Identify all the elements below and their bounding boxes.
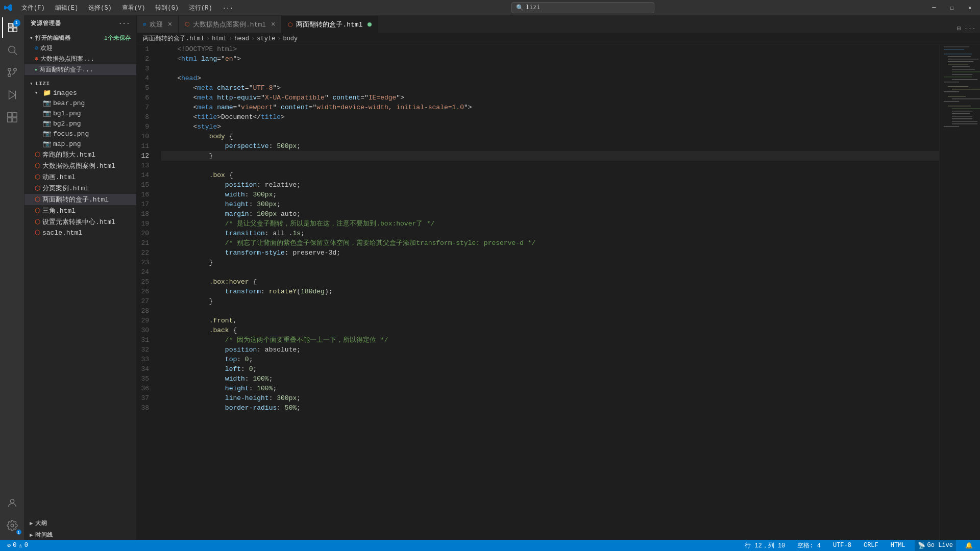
breadcrumb-body[interactable]: body: [283, 35, 298, 42]
open-editors-label: 打开的编辑器: [35, 34, 70, 42]
open-editor-flipbox[interactable]: ● 两面翻转的盒子...: [24, 64, 136, 75]
activity-settings[interactable]: 1: [2, 515, 22, 536]
outline-title[interactable]: ▶ 大纲: [30, 519, 47, 527]
tab-flipbox-modified-dot[interactable]: [368, 22, 372, 27]
file-bg1[interactable]: 📷 bg1.png: [24, 108, 136, 118]
activity-run[interactable]: [2, 85, 22, 105]
breadcrumb-html[interactable]: html: [212, 35, 227, 42]
line-num-28: 28: [137, 306, 153, 316]
file-flipbox[interactable]: ⬡ 两面翻转的盒子.html: [24, 194, 136, 205]
outline-chevron: ▶: [30, 520, 33, 527]
file-focus[interactable]: 📷 focus.png: [24, 129, 136, 139]
explorer-section-title[interactable]: ▾ LIZI: [30, 80, 50, 87]
tab-welcome-close[interactable]: ×: [168, 20, 172, 29]
file-bear[interactable]: 📷 bear.png: [24, 98, 136, 108]
html-icon-sacle: ⬡: [35, 229, 40, 237]
menu-more[interactable]: ...: [218, 3, 238, 13]
file-tree: ▾ 📁 images 📷 bear.png 📷 bg1.png 📷 bg2.pn…: [24, 88, 136, 516]
code-line-19: /* 是让父盒子翻转，所以是加在这，注意不要加到.box:hover了 */: [161, 219, 939, 229]
svg-line-2: [14, 52, 17, 55]
status-errors[interactable]: ⊘ 0 ⚠ 0: [4, 540, 31, 551]
line-num-38: 38: [137, 403, 153, 413]
minimize-button[interactable]: ─: [928, 4, 940, 11]
folder-images[interactable]: ▾ 📁 images: [24, 88, 136, 98]
status-golive[interactable]: 📡 Go Live: [915, 540, 956, 551]
file-pagination[interactable]: ⬡ 分页案例.html: [24, 183, 136, 194]
code-line-38: border-radius: 50%;: [161, 403, 939, 413]
menu-select[interactable]: 选择(S): [84, 3, 116, 13]
menu-view[interactable]: 查看(V): [118, 3, 150, 13]
status-spaces[interactable]: 空格: 4: [794, 540, 824, 551]
file-bg2[interactable]: 📷 bg2.png: [24, 118, 136, 129]
activity-source-control[interactable]: [2, 62, 22, 83]
global-search-bar[interactable]: 🔍 lizi: [511, 2, 654, 13]
status-language[interactable]: HTML: [888, 540, 909, 551]
svg-rect-37: [952, 111, 972, 112]
tab-bigdata-label: 大数据热点图案例.html: [193, 20, 266, 29]
file-bear-html[interactable]: ⬡ 奔跑的熊大.html: [24, 149, 136, 160]
tab-bigdata[interactable]: ⬡ 大数据热点图案例.html ×: [179, 16, 282, 33]
bigdata-file-icon: ⊛: [35, 55, 38, 63]
menu-edit[interactable]: 编辑(E): [51, 3, 83, 13]
code-line-16: width: 300px;: [161, 190, 939, 199]
line-numbers: 1 2 3 4 5 6 7 8 9 10 11 12 13 14 15 16 1…: [137, 44, 157, 540]
line-num-7: 7: [137, 103, 153, 112]
tab-bigdata-close[interactable]: ×: [271, 20, 275, 29]
more-tabs-icon[interactable]: ···: [964, 25, 976, 33]
status-eol[interactable]: CRLF: [861, 540, 881, 551]
maximize-button[interactable]: ☐: [946, 4, 958, 12]
svg-rect-32: [948, 96, 966, 97]
svg-rect-17: [944, 54, 972, 55]
open-editor-bigdata[interactable]: ⊛ 大数据热点图案...: [24, 54, 136, 64]
activity-search[interactable]: [2, 40, 22, 60]
svg-rect-21: [948, 64, 968, 65]
line-num-26: 26: [137, 287, 153, 296]
activity-account[interactable]: [2, 493, 22, 513]
png-icon-bear: 📷: [43, 99, 51, 107]
svg-rect-22: [952, 66, 970, 67]
svg-rect-11: [7, 118, 11, 122]
breadcrumb-style[interactable]: style: [257, 35, 275, 42]
file-map[interactable]: 📷 map.png: [24, 139, 136, 149]
svg-rect-25: [952, 74, 972, 75]
breadcrumb-head[interactable]: head: [234, 35, 249, 42]
status-encoding[interactable]: UTF-8: [830, 540, 854, 551]
split-editor-icon[interactable]: ⊟: [957, 24, 961, 33]
menu-run[interactable]: 运行(R): [185, 3, 216, 13]
activity-explorer[interactable]: 1: [2, 17, 22, 38]
timeline-section[interactable]: ▶ 时间线: [24, 528, 136, 540]
outline-section[interactable]: ▶ 大纲: [24, 516, 136, 528]
html-icon-bear: ⬡: [35, 151, 40, 159]
file-sacle[interactable]: ⬡ sacle.html: [24, 228, 136, 238]
code-editor[interactable]: <!DOCTYPE html> <html lang="en"> <head> …: [157, 44, 939, 540]
file-transform[interactable]: ⬡ 设置元素转换中心.html: [24, 216, 136, 228]
svg-point-5: [8, 74, 11, 77]
line-col-text: 行 12，列 10: [745, 541, 785, 550]
code-line-25: .box:hover {: [161, 277, 939, 287]
line-num-35: 35: [137, 374, 153, 384]
line-num-10: 10: [137, 132, 153, 141]
timeline-title[interactable]: ▶ 时间线: [30, 531, 53, 539]
code-line-8: <title>Document</title>: [161, 112, 939, 122]
file-bigdata[interactable]: ⬡ 大数据热点图案例.html: [24, 160, 136, 171]
activity-extensions[interactable]: [2, 107, 22, 128]
line-num-22: 22: [137, 248, 153, 258]
status-notifications[interactable]: 🔔: [962, 540, 976, 551]
tab-flipbox[interactable]: ⬡ 两面翻转的盒子.html: [282, 16, 378, 33]
file-animation[interactable]: ⬡ 动画.html: [24, 171, 136, 183]
file-triangle[interactable]: ⬡ 三角.html: [24, 205, 136, 216]
open-editor-welcome[interactable]: ⊘ 欢迎: [24, 43, 136, 54]
code-line-13: [161, 161, 939, 170]
close-button[interactable]: ✕: [964, 4, 976, 12]
menu-file[interactable]: 文件(F): [17, 3, 49, 13]
tab-welcome[interactable]: ⊘ 欢迎 ×: [137, 16, 179, 33]
sidebar-more-icon[interactable]: ···: [118, 20, 130, 27]
open-editors-title[interactable]: ▾ 打开的编辑器: [30, 34, 70, 42]
breadcrumb-sep-2: ›: [229, 35, 232, 42]
breadcrumb-file[interactable]: 两面翻转的盒子.html: [143, 34, 204, 43]
line-num-6: 6: [137, 93, 153, 103]
breadcrumb-sep-4: ›: [277, 35, 281, 42]
main-container: 1: [0, 15, 980, 540]
status-line-col[interactable]: 行 12，列 10: [742, 540, 788, 551]
menu-goto[interactable]: 转到(G): [151, 3, 183, 13]
